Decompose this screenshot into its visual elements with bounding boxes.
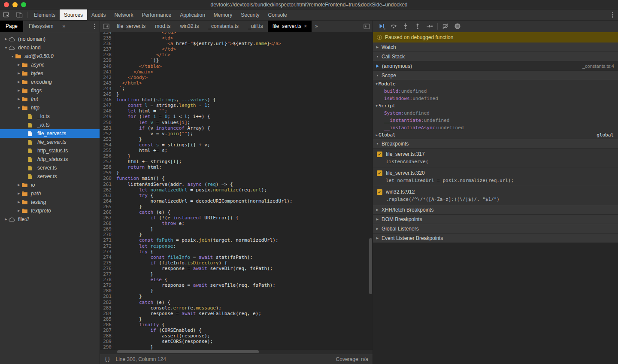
code-line[interactable]: 254 const s = strings[i] + v; (100, 142, 373, 148)
breakpoint-entry[interactable]: ✓win32.ts:912.replace(/^\/*([A-Za-z]:)(\… (373, 186, 618, 205)
close-tab-icon[interactable]: × (304, 23, 307, 29)
step-button[interactable] (424, 21, 436, 32)
tree-item-io[interactable]: ▶io (0, 181, 100, 189)
code-line[interactable]: 241 </main> (100, 69, 373, 75)
line-number[interactable]: 239 (100, 58, 114, 63)
toggle-navigator-button[interactable] (100, 21, 112, 32)
code-line[interactable]: 278 else { (100, 277, 373, 282)
code-line[interactable]: 256 } (100, 153, 373, 159)
line-number[interactable]: 284 (100, 311, 114, 316)
section-watch[interactable]: ▶ Watch (373, 42, 618, 52)
line-number[interactable]: 246 (100, 97, 114, 103)
chevron-right-icon[interactable]: ▶ (3, 218, 9, 221)
code-line[interactable]: 253 } (100, 136, 373, 142)
chevron-down-icon[interactable]: ▼ (16, 106, 21, 109)
code-line[interactable]: 271 const fsPath = posix.join(target, no… (100, 237, 373, 243)
breakpoint-checkbox[interactable]: ✓ (377, 189, 382, 195)
step-into-button[interactable] (400, 21, 412, 32)
editor-tab-util-ts[interactable]: _util.ts (243, 21, 268, 32)
navigator-tab-filesystem[interactable]: Filesystem (23, 21, 59, 32)
code-line[interactable]: 243 </html> (100, 80, 373, 86)
line-number[interactable]: 283 (100, 305, 114, 311)
line-number[interactable]: 265 (100, 204, 114, 209)
tree-item-std-v0-50-0[interactable]: ▼std@v0.50.0 (0, 52, 100, 61)
code-line[interactable]: 242 </body> (100, 75, 373, 80)
tab-performance[interactable]: Performance (137, 9, 176, 20)
line-number[interactable]: 280 (100, 288, 114, 294)
line-number[interactable]: 282 (100, 300, 114, 305)
code-line[interactable]: 280 } (100, 288, 373, 294)
tree-item-file-server-ts[interactable]: file_server.ts (0, 138, 100, 146)
section-xhr-fetch-breakpoints[interactable]: ▶XHR/fetch Breakpoints (373, 205, 618, 215)
line-number[interactable]: 235 (100, 35, 114, 41)
line-number[interactable]: 271 (100, 237, 114, 243)
line-number[interactable]: 250 (100, 120, 114, 125)
scope-variable[interactable]: build: undefined (373, 88, 618, 95)
line-number[interactable]: 272 (100, 243, 114, 249)
tab-security[interactable]: Security (236, 9, 264, 20)
chevron-right-icon[interactable]: ▶ (16, 63, 21, 67)
code-line[interactable]: 264 normalizedUrl = decodeURIComponent(n… (100, 198, 373, 204)
code-line[interactable]: 265 } (100, 204, 373, 209)
code-line[interactable]: 269 } (100, 226, 373, 232)
code-line[interactable]: 248 let html = ""; (100, 108, 373, 114)
tree-item-path[interactable]: ▶path (0, 189, 100, 198)
line-number[interactable]: 255 (100, 148, 114, 153)
code-line[interactable]: 273 try { (100, 249, 373, 255)
line-number[interactable]: 251 (100, 125, 114, 131)
code-line[interactable]: 234 </td> (100, 32, 373, 35)
line-number[interactable]: 242 (100, 75, 114, 80)
tab-application[interactable]: Application (176, 9, 209, 20)
code-line[interactable]: 261 listenAndServe(addr, async (req) => … (100, 182, 373, 187)
pause-on-exceptions-button[interactable] (451, 21, 464, 32)
code-line[interactable]: 255 html += s; (100, 148, 373, 153)
line-number[interactable]: 248 (100, 108, 114, 114)
scope-variable[interactable]: __instantiate: undefined (373, 117, 618, 124)
chevron-right-icon[interactable]: ▶ (16, 80, 21, 84)
line-number[interactable]: 240 (100, 64, 114, 69)
code-line[interactable]: 290 } (100, 344, 373, 350)
tab-memory[interactable]: Memory (209, 9, 236, 20)
breakpoint-checkbox[interactable]: ✓ (377, 170, 382, 176)
chevron-right-icon[interactable]: ▶ (16, 209, 21, 212)
code-line[interactable]: 259} (100, 170, 373, 176)
line-number[interactable]: 259 (100, 170, 114, 176)
line-number[interactable]: 236 (100, 41, 114, 46)
horizontal-scrollbar[interactable] (100, 350, 373, 354)
line-number[interactable]: 290 (100, 344, 114, 350)
code-line[interactable]: 276 response = await serveDir(req, fsPat… (100, 266, 373, 271)
code-line[interactable]: 277 } (100, 271, 373, 277)
line-number[interactable]: 277 (100, 271, 114, 277)
code-line[interactable]: 287 if (CORSEnabled) { (100, 328, 373, 333)
code-line[interactable]: 250 let v = values[i]; (100, 120, 373, 125)
inspect-element-button[interactable] (0, 9, 13, 20)
tree-item-http-status-ts[interactable]: http_status.ts (0, 146, 100, 155)
code-line[interactable]: 283 console.error(e.message); (100, 305, 373, 311)
line-number[interactable]: 244 (100, 86, 114, 91)
tree-item-http-status-ts[interactable]: http_status.ts (0, 155, 100, 164)
tree-item-flags[interactable]: ▶flags (0, 86, 100, 95)
code-line[interactable]: 251 if (v instanceof Array) { (100, 125, 373, 131)
code-line[interactable]: 246function html(strings, ...values) { (100, 97, 373, 103)
line-number[interactable]: 262 (100, 187, 114, 193)
code-line[interactable]: 236 <a href="${entry.url}">${entry.name}… (100, 41, 373, 46)
device-toolbar-button[interactable] (13, 9, 26, 20)
chevron-down-icon[interactable]: ▼ (3, 46, 9, 49)
breakpoint-entry[interactable]: ✓file_server.ts:317listenAndServe( (373, 149, 618, 167)
step-out-button[interactable] (412, 21, 424, 32)
section-dom-breakpoints[interactable]: ▶DOM Breakpoints (373, 215, 618, 224)
navigator-menu-button[interactable] (89, 21, 100, 32)
line-number[interactable]: 249 (100, 114, 114, 119)
code-line[interactable]: 272 let response; (100, 243, 373, 249)
call-stack-frame[interactable]: (anonymous)_constants.ts:4 (373, 61, 618, 71)
scope-variable[interactable]: System: undefined (373, 109, 618, 117)
line-number[interactable]: 260 (100, 176, 114, 181)
line-number[interactable]: 288 (100, 333, 114, 339)
tree-item-testing[interactable]: ▶testing (0, 198, 100, 206)
main-menu-button[interactable] (607, 9, 618, 20)
line-number[interactable]: 268 (100, 221, 114, 226)
line-number[interactable]: 252 (100, 131, 114, 136)
line-number[interactable]: 258 (100, 164, 114, 170)
tab-console[interactable]: Console (264, 9, 291, 20)
maximize-window-button[interactable] (21, 2, 26, 7)
